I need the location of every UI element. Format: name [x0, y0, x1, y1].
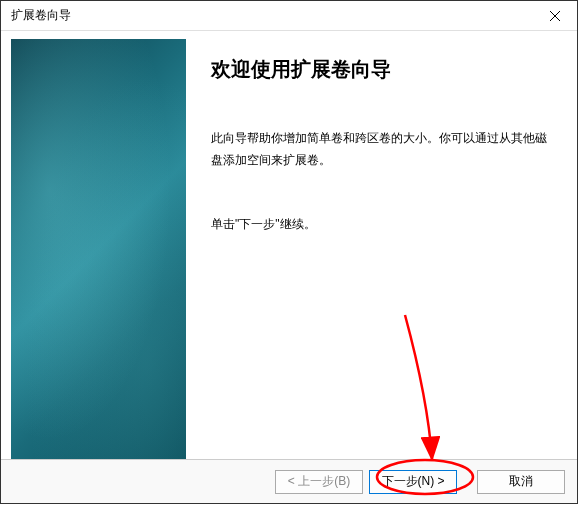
next-button[interactable]: 下一步(N) >	[369, 470, 457, 494]
main-panel: 欢迎使用扩展卷向导 此向导帮助你增加简单卷和跨区卷的大小。你可以通过从其他磁盘添…	[186, 31, 577, 451]
wizard-description: 此向导帮助你增加简单卷和跨区卷的大小。你可以通过从其他磁盘添加空间来扩展卷。	[211, 128, 547, 171]
back-button[interactable]: < 上一步(B)	[275, 470, 363, 494]
wizard-dialog: 扩展卷向导 欢迎使用扩展卷向导 此向导帮助你增加简单卷和跨区卷的大小。你可以通过…	[0, 0, 578, 504]
content-area: 欢迎使用扩展卷向导 此向导帮助你增加简单卷和跨区卷的大小。你可以通过从其他磁盘添…	[1, 31, 577, 451]
button-bar: < 上一步(B) 下一步(N) > 取消	[1, 459, 577, 503]
close-icon	[550, 11, 560, 21]
wizard-instruction: 单击"下一步"继续。	[211, 216, 547, 233]
wizard-side-image	[11, 39, 186, 459]
close-button[interactable]	[532, 1, 577, 31]
cancel-button[interactable]: 取消	[477, 470, 565, 494]
titlebar: 扩展卷向导	[1, 1, 577, 31]
wizard-heading: 欢迎使用扩展卷向导	[211, 56, 547, 83]
window-title: 扩展卷向导	[11, 7, 71, 24]
